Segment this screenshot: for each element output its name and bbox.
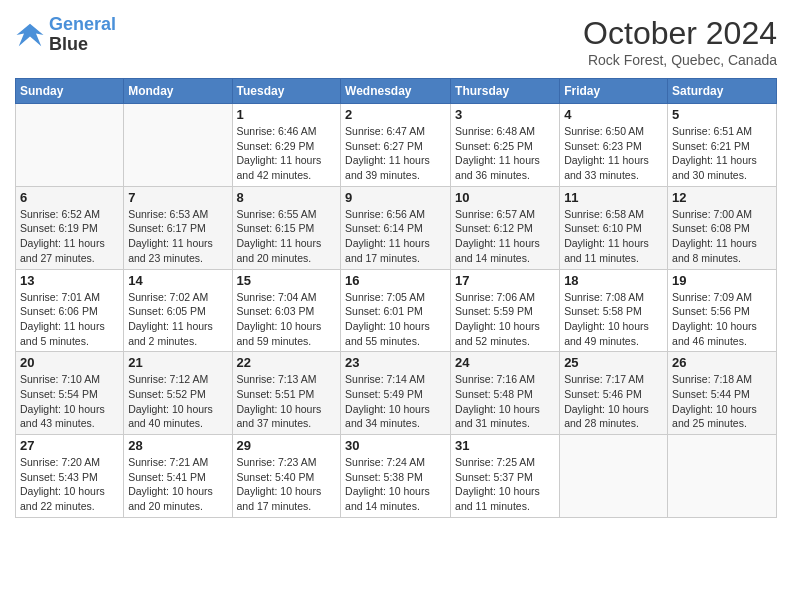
day-number: 15 — [237, 273, 337, 288]
day-info: Sunrise: 7:24 AM Sunset: 5:38 PM Dayligh… — [345, 455, 446, 514]
day-info: Sunrise: 7:06 AM Sunset: 5:59 PM Dayligh… — [455, 290, 555, 349]
day-number: 1 — [237, 107, 337, 122]
calendar-cell: 23Sunrise: 7:14 AM Sunset: 5:49 PM Dayli… — [341, 352, 451, 435]
day-number: 31 — [455, 438, 555, 453]
calendar-cell: 14Sunrise: 7:02 AM Sunset: 6:05 PM Dayli… — [124, 269, 232, 352]
calendar-cell: 19Sunrise: 7:09 AM Sunset: 5:56 PM Dayli… — [668, 269, 777, 352]
day-info: Sunrise: 7:25 AM Sunset: 5:37 PM Dayligh… — [455, 455, 555, 514]
day-info: Sunrise: 7:13 AM Sunset: 5:51 PM Dayligh… — [237, 372, 337, 431]
day-number: 12 — [672, 190, 772, 205]
logo-icon — [15, 20, 45, 50]
day-number: 11 — [564, 190, 663, 205]
logo: General Blue — [15, 15, 116, 55]
day-info: Sunrise: 6:50 AM Sunset: 6:23 PM Dayligh… — [564, 124, 663, 183]
calendar-cell: 11Sunrise: 6:58 AM Sunset: 6:10 PM Dayli… — [560, 186, 668, 269]
day-number: 5 — [672, 107, 772, 122]
day-number: 18 — [564, 273, 663, 288]
calendar-cell: 28Sunrise: 7:21 AM Sunset: 5:41 PM Dayli… — [124, 435, 232, 518]
day-number: 4 — [564, 107, 663, 122]
day-number: 23 — [345, 355, 446, 370]
calendar-row-5: 27Sunrise: 7:20 AM Sunset: 5:43 PM Dayli… — [16, 435, 777, 518]
calendar-cell: 22Sunrise: 7:13 AM Sunset: 5:51 PM Dayli… — [232, 352, 341, 435]
calendar-cell: 31Sunrise: 7:25 AM Sunset: 5:37 PM Dayli… — [451, 435, 560, 518]
calendar-cell: 24Sunrise: 7:16 AM Sunset: 5:48 PM Dayli… — [451, 352, 560, 435]
day-number: 30 — [345, 438, 446, 453]
calendar-cell: 5Sunrise: 6:51 AM Sunset: 6:21 PM Daylig… — [668, 104, 777, 187]
day-info: Sunrise: 6:53 AM Sunset: 6:17 PM Dayligh… — [128, 207, 227, 266]
day-info: Sunrise: 7:10 AM Sunset: 5:54 PM Dayligh… — [20, 372, 119, 431]
day-number: 9 — [345, 190, 446, 205]
calendar-cell — [668, 435, 777, 518]
calendar-cell: 7Sunrise: 6:53 AM Sunset: 6:17 PM Daylig… — [124, 186, 232, 269]
title-block: October 2024 Rock Forest, Quebec, Canada — [583, 15, 777, 68]
col-sunday: Sunday — [16, 79, 124, 104]
day-info: Sunrise: 7:08 AM Sunset: 5:58 PM Dayligh… — [564, 290, 663, 349]
calendar-cell: 13Sunrise: 7:01 AM Sunset: 6:06 PM Dayli… — [16, 269, 124, 352]
day-info: Sunrise: 7:02 AM Sunset: 6:05 PM Dayligh… — [128, 290, 227, 349]
calendar-cell: 30Sunrise: 7:24 AM Sunset: 5:38 PM Dayli… — [341, 435, 451, 518]
day-number: 10 — [455, 190, 555, 205]
day-info: Sunrise: 6:57 AM Sunset: 6:12 PM Dayligh… — [455, 207, 555, 266]
calendar-cell: 18Sunrise: 7:08 AM Sunset: 5:58 PM Dayli… — [560, 269, 668, 352]
day-number: 2 — [345, 107, 446, 122]
day-info: Sunrise: 6:46 AM Sunset: 6:29 PM Dayligh… — [237, 124, 337, 183]
col-tuesday: Tuesday — [232, 79, 341, 104]
calendar-header-row: Sunday Monday Tuesday Wednesday Thursday… — [16, 79, 777, 104]
calendar-row-3: 13Sunrise: 7:01 AM Sunset: 6:06 PM Dayli… — [16, 269, 777, 352]
day-number: 13 — [20, 273, 119, 288]
day-number: 20 — [20, 355, 119, 370]
day-info: Sunrise: 6:55 AM Sunset: 6:15 PM Dayligh… — [237, 207, 337, 266]
day-info: Sunrise: 7:18 AM Sunset: 5:44 PM Dayligh… — [672, 372, 772, 431]
calendar-cell: 9Sunrise: 6:56 AM Sunset: 6:14 PM Daylig… — [341, 186, 451, 269]
day-info: Sunrise: 7:14 AM Sunset: 5:49 PM Dayligh… — [345, 372, 446, 431]
calendar-cell: 3Sunrise: 6:48 AM Sunset: 6:25 PM Daylig… — [451, 104, 560, 187]
day-info: Sunrise: 7:16 AM Sunset: 5:48 PM Dayligh… — [455, 372, 555, 431]
day-number: 8 — [237, 190, 337, 205]
calendar-cell: 2Sunrise: 6:47 AM Sunset: 6:27 PM Daylig… — [341, 104, 451, 187]
calendar-cell: 6Sunrise: 6:52 AM Sunset: 6:19 PM Daylig… — [16, 186, 124, 269]
calendar-cell: 17Sunrise: 7:06 AM Sunset: 5:59 PM Dayli… — [451, 269, 560, 352]
day-info: Sunrise: 7:01 AM Sunset: 6:06 PM Dayligh… — [20, 290, 119, 349]
calendar-cell: 20Sunrise: 7:10 AM Sunset: 5:54 PM Dayli… — [16, 352, 124, 435]
calendar-cell — [16, 104, 124, 187]
day-number: 16 — [345, 273, 446, 288]
col-saturday: Saturday — [668, 79, 777, 104]
day-number: 25 — [564, 355, 663, 370]
svg-marker-0 — [17, 24, 44, 47]
day-number: 19 — [672, 273, 772, 288]
calendar-cell: 16Sunrise: 7:05 AM Sunset: 6:01 PM Dayli… — [341, 269, 451, 352]
day-number: 21 — [128, 355, 227, 370]
day-number: 17 — [455, 273, 555, 288]
day-info: Sunrise: 6:51 AM Sunset: 6:21 PM Dayligh… — [672, 124, 772, 183]
calendar-body: 1Sunrise: 6:46 AM Sunset: 6:29 PM Daylig… — [16, 104, 777, 518]
calendar-cell — [560, 435, 668, 518]
col-thursday: Thursday — [451, 79, 560, 104]
calendar-cell: 27Sunrise: 7:20 AM Sunset: 5:43 PM Dayli… — [16, 435, 124, 518]
page-header: General Blue October 2024 Rock Forest, Q… — [15, 15, 777, 68]
day-number: 6 — [20, 190, 119, 205]
day-info: Sunrise: 6:58 AM Sunset: 6:10 PM Dayligh… — [564, 207, 663, 266]
day-info: Sunrise: 6:56 AM Sunset: 6:14 PM Dayligh… — [345, 207, 446, 266]
calendar-cell: 21Sunrise: 7:12 AM Sunset: 5:52 PM Dayli… — [124, 352, 232, 435]
day-info: Sunrise: 7:12 AM Sunset: 5:52 PM Dayligh… — [128, 372, 227, 431]
day-info: Sunrise: 7:20 AM Sunset: 5:43 PM Dayligh… — [20, 455, 119, 514]
day-info: Sunrise: 6:52 AM Sunset: 6:19 PM Dayligh… — [20, 207, 119, 266]
logo-line2: Blue — [49, 35, 116, 55]
col-friday: Friday — [560, 79, 668, 104]
day-number: 24 — [455, 355, 555, 370]
logo-text: General Blue — [49, 15, 116, 55]
calendar-cell: 29Sunrise: 7:23 AM Sunset: 5:40 PM Dayli… — [232, 435, 341, 518]
calendar-row-4: 20Sunrise: 7:10 AM Sunset: 5:54 PM Dayli… — [16, 352, 777, 435]
calendar-row-1: 1Sunrise: 6:46 AM Sunset: 6:29 PM Daylig… — [16, 104, 777, 187]
day-number: 14 — [128, 273, 227, 288]
calendar-table: Sunday Monday Tuesday Wednesday Thursday… — [15, 78, 777, 518]
calendar-cell: 12Sunrise: 7:00 AM Sunset: 6:08 PM Dayli… — [668, 186, 777, 269]
day-info: Sunrise: 6:48 AM Sunset: 6:25 PM Dayligh… — [455, 124, 555, 183]
day-number: 7 — [128, 190, 227, 205]
day-number: 3 — [455, 107, 555, 122]
day-info: Sunrise: 7:05 AM Sunset: 6:01 PM Dayligh… — [345, 290, 446, 349]
day-info: Sunrise: 6:47 AM Sunset: 6:27 PM Dayligh… — [345, 124, 446, 183]
day-info: Sunrise: 7:09 AM Sunset: 5:56 PM Dayligh… — [672, 290, 772, 349]
day-number: 28 — [128, 438, 227, 453]
day-info: Sunrise: 7:21 AM Sunset: 5:41 PM Dayligh… — [128, 455, 227, 514]
